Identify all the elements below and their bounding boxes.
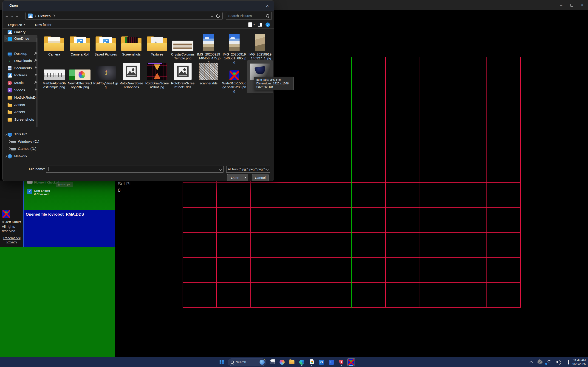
file-tile-camera-roll[interactable]: Camera Roll — [67, 33, 93, 64]
sidebar-item-gallery[interactable]: Gallery — [4, 29, 37, 35]
sidebar-item-music[interactable]: ♪ Music — [4, 79, 37, 86]
file-tile-img-140453[interactable]: IMG_20250919_140453_475.jpg — [196, 33, 221, 64]
file-tile-rotodrawscreenshot-dds[interactable]: RotoDrawScreenShot.dds — [119, 60, 144, 93]
file-tile-img-140927[interactable]: IMG_20250919_140927_1.jpg — [247, 33, 273, 64]
image-thumbnail — [203, 34, 214, 51]
grid-shows-checkbox[interactable]: ✓ — [27, 189, 32, 194]
hidden-icons-button[interactable] — [529, 360, 534, 365]
app-minimize-button[interactable]: – — [556, 0, 566, 10]
sidebar-item-hot3dxrotodraw[interactable]: Hot3dxRotoDraw — [4, 94, 37, 101]
copilot-button[interactable] — [278, 358, 286, 366]
view-mode-button[interactable]: ▾ — [248, 22, 255, 27]
view-mode-icon — [248, 22, 252, 27]
microsoft-store-button[interactable] — [308, 358, 316, 366]
file-tile-crystalcolumnstemple[interactable]: CrystalColumnsTemple.png — [170, 33, 196, 64]
security-app-button[interactable] — [337, 358, 345, 366]
sidebar-item-windows-c[interactable]: Windows (C:) — [4, 138, 41, 145]
ground-pic-button[interactable]: ground pic — [56, 182, 73, 187]
start-button[interactable] — [218, 358, 225, 366]
hot3dx-icon: 3D — [348, 359, 354, 365]
system-tray: ♥ 11:44 AM 9/23/2025 — [529, 357, 586, 367]
trademarks-link[interactable]: Trademarks — [3, 236, 20, 240]
sidebar-item-onedrive[interactable]: OneDrive — [4, 35, 37, 42]
dialog-close-button[interactable]: × — [263, 2, 271, 9]
navigation-pane: Gallery OneDrive Desktop ↓ Down — [2, 29, 39, 164]
app-close-button[interactable]: × — [577, 0, 588, 10]
folder-icon — [44, 36, 64, 51]
recent-locations-button[interactable] — [15, 12, 19, 19]
file-tile-camera[interactable]: Camera — [41, 33, 67, 64]
task-view-button[interactable] — [268, 358, 276, 366]
preview-pane-icon[interactable] — [258, 23, 262, 27]
sidebar-item-downloads[interactable]: ↓ Downloads — [4, 57, 37, 64]
back-button[interactable]: ← — [4, 12, 9, 19]
address-bar[interactable]: Pictures — [26, 12, 223, 20]
taskbar-search[interactable]: Search — [228, 359, 266, 366]
app-restore-button[interactable] — [566, 0, 577, 10]
sidebar-item-games-d[interactable]: Games (D:) — [4, 145, 41, 152]
file-tile-pbrtoyvase1[interactable]: PBRToyVase1.jpg — [93, 60, 119, 93]
search-box[interactable]: Search Pictures — [226, 12, 272, 20]
resize-grip[interactable] — [271, 177, 273, 180]
privacy-link[interactable]: Privacy — [6, 240, 17, 244]
sidebar-item-screenshots[interactable]: Screenshots — [4, 116, 37, 123]
sidebar-item-documents[interactable]: Documents — [4, 65, 37, 72]
open-split-button[interactable]: ▾ — [243, 174, 248, 181]
onedrive-tray-button[interactable] — [537, 360, 543, 365]
sidebar-item-network[interactable]: Network — [4, 153, 37, 160]
network-tray-button[interactable] — [546, 360, 551, 365]
cast-tray-button[interactable]: ♥ — [564, 360, 569, 365]
new-folder-button[interactable]: New folder — [35, 23, 52, 27]
file-list: Camera Camera Roll Saved Pictures Screen… — [39, 29, 274, 164]
chevron-down-icon — [266, 168, 268, 170]
open-button-label[interactable]: Open — [227, 176, 243, 180]
drive-icon — [11, 148, 16, 150]
chevron-down-icon — [4, 133, 8, 135]
grid-shows-line2: if Checked — [34, 193, 48, 196]
sidebar-item-assets-2[interactable]: Assets — [4, 108, 37, 115]
file-explorer-button[interactable] — [288, 358, 296, 366]
volume-tray-button[interactable] — [555, 360, 560, 365]
file-tile-saved-pictures[interactable]: Saved Pictures — [93, 33, 119, 64]
minimize-icon: – — [560, 3, 562, 8]
file-tile-wide310x150logo[interactable]: 3D Wide310x150Logo.scale-200.png — [221, 60, 247, 93]
up-button[interactable]: ↑ — [19, 12, 25, 19]
outlook-button[interactable]: O — [318, 358, 326, 366]
file-label: Screenshots — [122, 52, 141, 56]
file-tile-screenshots[interactable]: Screenshots — [119, 33, 144, 64]
sidebar-item-videos[interactable]: ▶ Videos — [4, 87, 37, 94]
address-dropdown-button[interactable] — [209, 15, 215, 17]
file-tile-scanner-dds[interactable]: scanner.dds — [196, 60, 221, 93]
file-tile-textures[interactable]: Textures — [144, 33, 170, 64]
cancel-button[interactable]: Cancel — [252, 174, 268, 181]
file-tile-rotodrawscreenshot-jpg[interactable]: RotoDrawScreenShot.jpg — [144, 60, 170, 93]
l-app-button[interactable]: L — [328, 358, 335, 366]
file-tile-img-140501[interactable]: IMG_20250919_140501_665.jpg — [221, 33, 247, 64]
edge-button[interactable] — [298, 358, 306, 366]
sidebar-item-desktop[interactable]: Desktop — [4, 50, 37, 57]
file-label: PBRToyVase1.jpg — [93, 81, 118, 89]
sidebar-scrollbar[interactable] — [36, 38, 37, 127]
file-tile-newfxeffectfactorypbr[interactable]: NewfxEffectFactoryPBR.png — [67, 60, 93, 93]
folder-icon — [8, 111, 12, 114]
file-name-input[interactable] — [46, 166, 224, 173]
sidebar-item-assets[interactable]: Assets — [4, 101, 37, 108]
open-button[interactable]: Open ▾ — [227, 174, 248, 181]
help-icon[interactable]: ? — [266, 23, 270, 27]
forward-button[interactable]: → — [9, 12, 15, 19]
breadcrumb-location[interactable]: Pictures — [38, 14, 51, 18]
sidebar-item-pictures[interactable]: Pictures — [4, 72, 37, 79]
open-dialog: Open × ← → ↑ Pictures Search Pictures — [2, 0, 274, 181]
refresh-button[interactable] — [215, 14, 221, 18]
chevron-down-icon[interactable] — [220, 167, 221, 171]
file-tile-marblealphaghosttemple[interactable]: MarbleAlphaGhostTemple.png — [41, 60, 67, 93]
file-tile-rotodrawscreenshot1-dds[interactable]: RotoDrawScreenShot1.dds — [170, 60, 196, 93]
organize-button[interactable]: Organize ▾ — [8, 23, 25, 27]
grid-center-horizontal-line — [183, 182, 521, 182]
clock[interactable]: 11:44 AM 9/23/2025 — [572, 359, 586, 366]
dialog-titlebar[interactable]: Open × — [2, 1, 274, 11]
sidebar-item-this-pc[interactable]: This PC — [4, 131, 37, 138]
onedrive-cloud-icon — [8, 36, 12, 41]
file-type-select[interactable]: All files (*.jpg;*.jpeg;*.png;*.dds — [226, 166, 270, 173]
hot3dx-app-button[interactable]: 3D — [347, 358, 355, 366]
